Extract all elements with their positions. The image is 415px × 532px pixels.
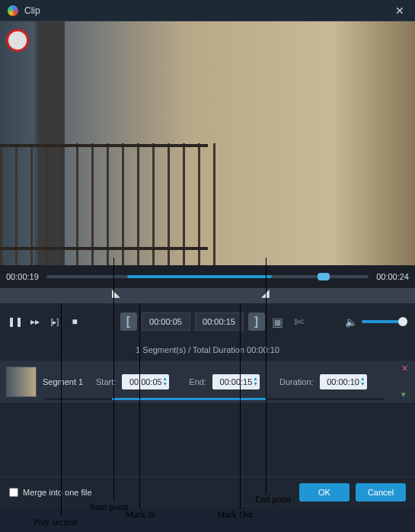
volume-knob[interactable]	[398, 317, 407, 326]
timeline-bar: 00:00:19 00:00:24	[0, 265, 415, 288]
duration-input[interactable]: 00:00:10 ▲▼	[320, 374, 367, 389]
spinner-icon[interactable]: ▲▼	[360, 376, 366, 386]
fast-forward-button[interactable]: ▸▸	[27, 314, 43, 329]
anno-mark-out: Mark Out	[217, 509, 253, 521]
merge-checkbox[interactable]	[9, 488, 18, 497]
add-segment-icon[interactable]: ▾	[401, 389, 412, 400]
close-icon[interactable]: ✕	[392, 5, 407, 17]
segment-row[interactable]: Segment 1 Start: 00:00:05 ▲▼ End: 00:00:…	[0, 360, 415, 404]
title-bar: Clip ✕	[0, 0, 415, 21]
crop-icon[interactable]: ▣	[270, 313, 286, 330]
duration-label: Duration:	[279, 377, 314, 386]
start-time-input[interactable]: 00:00:05 ▲▼	[122, 374, 169, 389]
footer-bar: Merge into one file OK Cancel	[0, 476, 415, 507]
play-section-button[interactable]: [▸]	[47, 314, 62, 329]
spinner-icon[interactable]: ▲▼	[162, 376, 168, 386]
start-label: Start:	[96, 377, 116, 386]
mark-in-indicator[interactable]: ◣	[112, 287, 120, 294]
merge-checkbox-label[interactable]: Merge into one file	[9, 488, 92, 497]
segment-summary: 1 Segment(s) / Total Duration 00:00:10	[0, 340, 415, 360]
total-time: 00:00:24	[376, 272, 409, 281]
stop-button[interactable]: ■	[67, 314, 82, 329]
ok-button[interactable]: OK	[299, 483, 350, 502]
segments-area	[0, 404, 415, 476]
mark-out-time[interactable]: 00:00:15	[195, 312, 244, 331]
mark-in-button[interactable]: [	[120, 312, 137, 331]
playback-controls: ❚❚ ▸▸ [▸] ■ [ 00:00:05 00:00:15 ] ▣ ✄ 🔈	[0, 303, 415, 340]
end-time-input[interactable]: 00:00:15 ▲▼	[212, 374, 260, 389]
timeline-track[interactable]	[46, 275, 369, 278]
app-logo-icon	[8, 5, 18, 16]
timeline-progress	[127, 275, 273, 278]
speaker-icon[interactable]: 🔈	[345, 316, 357, 328]
anno-play-section: Play section	[34, 517, 78, 528]
volume-slider[interactable]	[362, 320, 407, 323]
window-title: Clip	[24, 5, 40, 16]
spinner-icon[interactable]: ▲▼	[253, 376, 258, 386]
timeline-handle[interactable]	[318, 273, 330, 280]
segment-name: Segment 1	[43, 377, 90, 386]
end-label: End:	[189, 377, 206, 386]
anno-mark-in: Mark In	[126, 509, 155, 521]
mark-strip: ◣ ◢	[0, 288, 415, 303]
cut-icon[interactable]: ✄	[291, 313, 308, 330]
segment-track[interactable]	[44, 398, 385, 400]
mark-out-indicator[interactable]: ◢	[261, 287, 269, 294]
delete-segment-icon[interactable]: ✕	[401, 364, 412, 374]
current-time: 00:00:19	[6, 272, 39, 281]
cancel-button[interactable]: Cancel	[356, 483, 406, 502]
mark-out-button[interactable]: ]	[248, 312, 265, 331]
mark-in-time[interactable]: 00:00:05	[142, 312, 190, 331]
segment-thumbnail	[6, 367, 37, 397]
pause-button[interactable]: ❚❚	[8, 314, 23, 329]
video-preview	[0, 21, 415, 265]
